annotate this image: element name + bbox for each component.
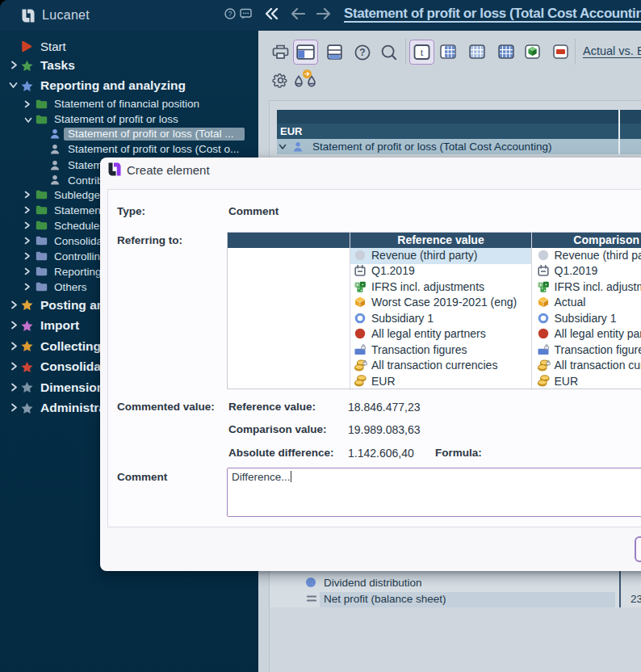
svg-text:?: ? xyxy=(359,47,365,58)
svg-text:?: ? xyxy=(228,10,232,18)
svg-text:t: t xyxy=(421,46,424,58)
